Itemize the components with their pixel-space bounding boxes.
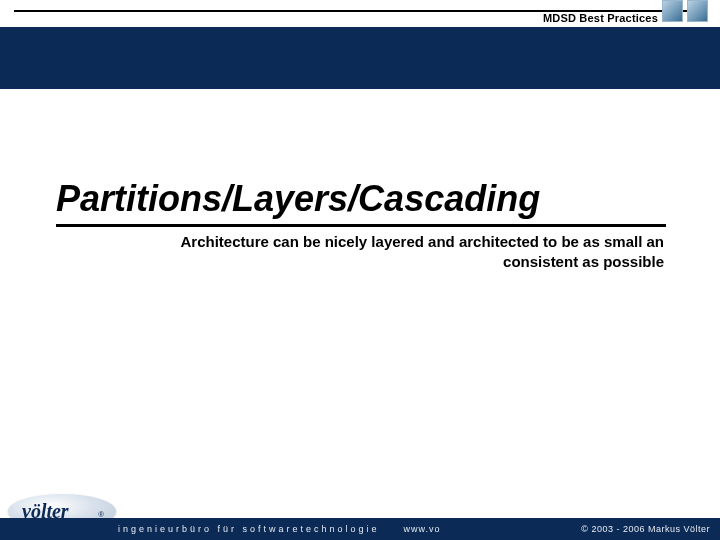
header-label: MDSD Best Practices xyxy=(543,12,658,24)
footer-tagline: ingenieurbüro für softwaretechnologie xyxy=(118,524,380,534)
title-banner xyxy=(0,27,720,89)
footer-copyright: © 2003 - 2006 Markus Völter xyxy=(581,524,710,534)
slide-subtitle: Architecture can be nicely layered and a… xyxy=(102,232,664,273)
footer-url: www.vo xyxy=(404,524,441,534)
corner-chip-icon xyxy=(662,0,683,22)
slide-title: Partitions/Layers/Cascading xyxy=(56,178,540,220)
slide: MDSD Best Practices Partitions/Layers/Ca… xyxy=(0,0,720,540)
corner-chip-icon xyxy=(687,0,708,22)
title-underline xyxy=(56,224,666,227)
corner-decoration xyxy=(662,0,708,26)
footer: ingenieurbüro für softwaretechnologie ww… xyxy=(0,518,720,540)
